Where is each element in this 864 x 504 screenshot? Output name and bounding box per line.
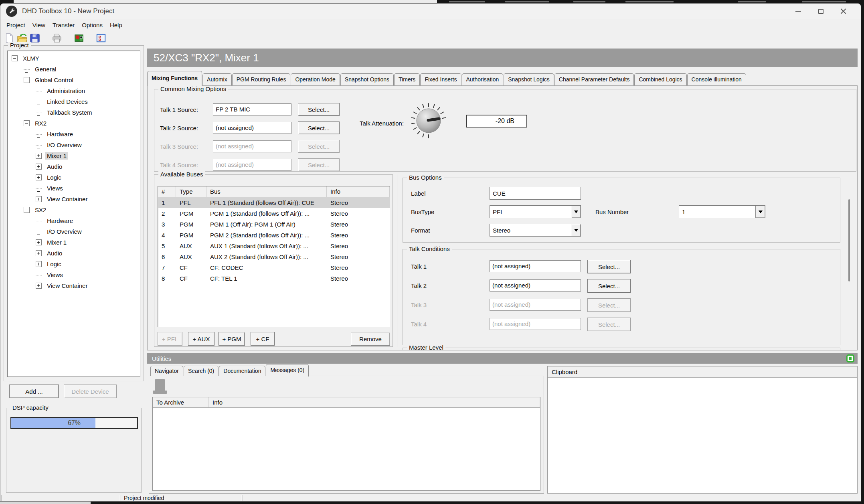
tree-expander-plus-icon[interactable] — [36, 164, 42, 170]
talk-condition-select-button[interactable]: Select... — [587, 298, 631, 312]
bus-row-4[interactable]: 4PGMPGM 2 (Standard (follows Off Air)): … — [158, 230, 390, 241]
column-header-type[interactable]: Type — [176, 186, 206, 197]
tree-item-audio[interactable]: Audio — [8, 161, 140, 172]
tree-item-linked-devices[interactable]: Linked Devices — [8, 96, 140, 107]
utilities-toggle-icon[interactable] — [846, 354, 854, 362]
talk-attenuation-knob[interactable] — [410, 102, 447, 140]
tree-expander-plus-icon[interactable] — [36, 250, 42, 256]
add-device-button[interactable]: Add ... — [9, 385, 59, 398]
tree-expander-minus-icon[interactable] — [24, 77, 30, 83]
tree-item-view-container[interactable]: View Container — [8, 194, 140, 204]
tree-item-rx2[interactable]: RX2 — [8, 118, 140, 129]
talk-condition-select-button[interactable]: Select... — [587, 260, 631, 273]
talk-source-input[interactable]: (not assigned) — [213, 140, 291, 152]
tree-expander-minus-icon[interactable] — [24, 207, 30, 213]
add-bus-button-cf[interactable]: + CF — [251, 332, 275, 346]
menu-item-help[interactable]: Help — [106, 22, 126, 28]
tab-snapshot-logics[interactable]: Snapshot Logics — [504, 73, 554, 85]
bus-row-6[interactable]: 6AUXAUX 2 (Standard (follows Off Air)): … — [158, 251, 390, 262]
tab-channel-parameter-defaults[interactable]: Channel Parameter Defaults — [554, 73, 634, 85]
tree-item-administration[interactable]: Administration — [8, 85, 140, 96]
column-header[interactable]: To Archive — [153, 397, 209, 407]
chevron-down-icon[interactable] — [571, 224, 581, 236]
tree-expander-plus-icon[interactable] — [36, 153, 42, 159]
tree-item-views[interactable]: Views — [8, 269, 140, 280]
tree-expander-minus-icon[interactable] — [24, 120, 30, 126]
chevron-down-icon[interactable] — [755, 206, 765, 218]
tab-timers[interactable]: Timers — [394, 73, 420, 85]
tab-mixing-functions[interactable]: Mixing Functions — [147, 71, 202, 86]
utilities-tab-documentation[interactable]: Documentation — [219, 366, 265, 376]
column-header-info[interactable]: Info — [327, 186, 390, 197]
talk-source-input[interactable]: (not assigned) — [213, 159, 291, 171]
tree-item-i-o-overview[interactable]: I/O Overview — [8, 140, 140, 150]
panel-splitter[interactable] — [397, 174, 397, 347]
talk-condition-select-button[interactable]: Select... — [587, 279, 631, 293]
archive-icon[interactable] — [155, 379, 165, 391]
tree-item-view-container[interactable]: View Container — [8, 280, 140, 291]
bus-row-1[interactable]: 1PFLPFL 1 (Standard (follows Off Air)): … — [158, 197, 390, 208]
chevron-down-icon[interactable] — [571, 206, 581, 218]
add-bus-button-pfl[interactable]: + PFL — [158, 332, 182, 346]
utilities-tab-navigator[interactable]: Navigator — [150, 366, 183, 376]
tree-expander-plus-icon[interactable] — [36, 261, 42, 267]
tree-item-global-control[interactable]: Global Control — [8, 75, 140, 85]
tab-automix[interactable]: Automix — [202, 73, 232, 85]
tree-item-logic[interactable]: Logic — [8, 172, 140, 183]
tab-fixed-inserts[interactable]: Fixed Inserts — [420, 73, 461, 85]
scrollbar-thumb[interactable] — [848, 199, 850, 281]
close-button[interactable] — [832, 4, 854, 19]
tree-item-mixer-1[interactable]: Mixer 1 — [8, 237, 140, 248]
maximize-button[interactable] — [809, 4, 832, 19]
tree-item-views[interactable]: Views — [8, 183, 140, 194]
bus-type-dropdown[interactable]: PFL — [490, 205, 581, 218]
talk-source-select-button[interactable]: Select... — [298, 103, 340, 116]
minimize-button[interactable] — [787, 4, 809, 19]
utilities-tab-search-0[interactable]: Search (0) — [184, 366, 219, 376]
talk-source-select-button[interactable]: Select... — [298, 121, 340, 134]
tab-operation-mode[interactable]: Operation Mode — [291, 73, 340, 85]
delete-device-button[interactable]: Delete Device — [64, 385, 117, 398]
add-bus-button-aux[interactable]: + AUX — [188, 332, 214, 346]
talk-condition-input[interactable]: (not assigned) — [490, 279, 581, 291]
talk-source-input[interactable]: FP 2 TB MIC — [213, 103, 291, 115]
tab-authorisation[interactable]: Authorisation — [462, 73, 504, 85]
column-header-[interactable]: # — [158, 186, 176, 197]
talk-condition-input[interactable]: (not assigned) — [490, 318, 581, 330]
bus-row-5[interactable]: 5AUXAUX 1 (Standard (follows Off Air)): … — [158, 241, 390, 251]
tree-item-xlmy[interactable]: XLMY — [8, 53, 140, 64]
bus-row-3[interactable]: 3PGMPGM 1 (Off Air): PGM 1 (Off Air)Ster… — [158, 219, 390, 230]
talk-condition-input[interactable]: (not assigned) — [490, 299, 581, 311]
tab-combined-logics[interactable]: Combined Logics — [634, 73, 686, 85]
column-header-bus[interactable]: Bus — [206, 186, 327, 197]
tab-console-illumination[interactable]: Console illumination — [687, 73, 746, 85]
tree-item-hardware[interactable]: Hardware — [8, 215, 140, 226]
menu-item-options[interactable]: Options — [78, 22, 106, 28]
bus-number-dropdown[interactable]: 1 — [679, 205, 765, 218]
menu-item-view[interactable]: View — [29, 22, 49, 28]
bus-row-8[interactable]: 8CFCF: TEL 1Stereo — [158, 273, 390, 284]
bus-format-dropdown[interactable]: Stereo — [490, 224, 581, 237]
transfer-device-icon[interactable] — [73, 32, 85, 44]
talk-condition-select-button[interactable]: Select... — [587, 318, 631, 331]
tree-item-i-o-overview[interactable]: I/O Overview — [8, 226, 140, 237]
tab-snapshot-options[interactable]: Snapshot Options — [340, 73, 394, 85]
tab-pgm-routing-rules[interactable]: PGM Routing Rules — [232, 73, 291, 85]
tree-expander-minus-icon[interactable] — [12, 55, 18, 61]
tree-item-sx2[interactable]: SX2 — [8, 204, 140, 215]
tree-item-general[interactable]: General — [8, 64, 140, 75]
talk-condition-input[interactable]: (not assigned) — [490, 260, 581, 272]
bus-row-2[interactable]: 2PGMPGM 1 (Standard (follows Off Air)): … — [158, 208, 390, 219]
device-options-icon[interactable] — [95, 32, 107, 44]
tree-expander-plus-icon[interactable] — [36, 239, 42, 245]
tree-expander-plus-icon[interactable] — [36, 283, 42, 289]
tree-item-hardware[interactable]: Hardware — [8, 129, 140, 140]
add-bus-button-pgm[interactable]: + PGM — [219, 332, 245, 346]
tree-item-logic[interactable]: Logic — [8, 259, 140, 269]
tree-expander-plus-icon[interactable] — [36, 174, 42, 180]
bus-label-input[interactable]: CUE — [490, 187, 581, 200]
utilities-tab-messages-0[interactable]: Messages (0) — [266, 364, 309, 376]
talk-source-input[interactable]: (not assigned) — [213, 122, 291, 134]
talk-source-select-button[interactable]: Select... — [298, 158, 340, 171]
remove-bus-button[interactable]: Remove — [351, 332, 390, 346]
